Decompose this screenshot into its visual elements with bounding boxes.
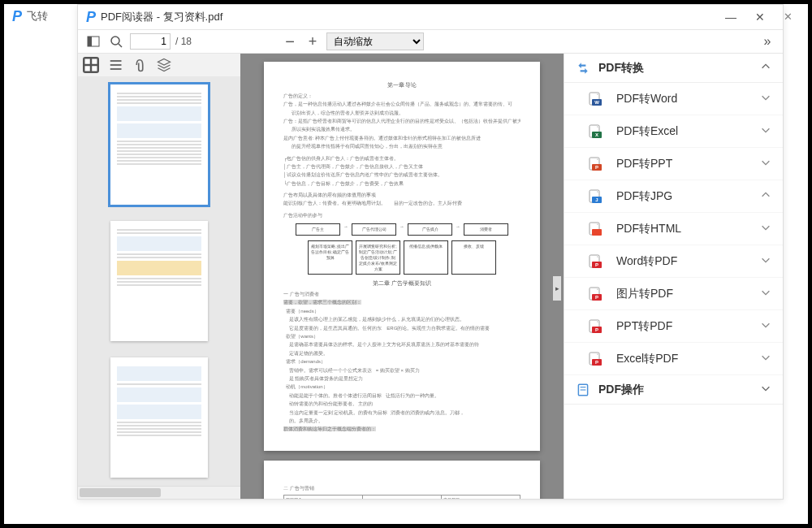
view-outline-button[interactable]: [107, 57, 123, 73]
thumbs-scrollbar[interactable]: [78, 486, 240, 499]
svg-text:P: P: [595, 165, 598, 170]
view-layers-button[interactable]: [156, 57, 172, 73]
expand-sidebar-handle[interactable]: ▸: [553, 276, 561, 301]
page-1: 第一章 导论 广告的定义： 广告，是一种信息传播活动人通过各种媒介在社会公众间传…: [264, 62, 540, 451]
chevron-down-icon: [760, 383, 771, 396]
view-attachments-button[interactable]: [132, 57, 148, 73]
convert-item-3[interactable]: JPDF转JPG: [564, 180, 783, 213]
convert-item-6[interactable]: P图片转PDF: [564, 278, 783, 310]
filetype-icon: P: [587, 286, 603, 302]
svg-rect-7: [92, 66, 97, 71]
chevron-down-icon: [760, 92, 771, 106]
convert-item-5[interactable]: PWord转PDF: [564, 245, 783, 278]
convert-item-label: Excel转PDF: [616, 352, 678, 366]
convert-icon: [576, 61, 590, 76]
convert-item-7[interactable]: PPPT转PDF: [564, 310, 783, 343]
convert-item-label: Word转PDF: [616, 254, 677, 269]
convert-item-label: 图片转PDF: [616, 287, 673, 301]
convert-item-0[interactable]: WPDF转Word: [564, 83, 783, 115]
convert-item-label: PDF转HTML: [616, 222, 681, 236]
chevron-down-icon: [760, 287, 771, 301]
chevron-down-icon: [760, 222, 771, 236]
more-tools-button[interactable]: »: [758, 32, 776, 50]
filetype-icon: W: [587, 91, 603, 107]
svg-rect-4: [85, 59, 90, 64]
svg-rect-1: [88, 37, 92, 46]
window-title: PDF阅读器 - 复习资料.pdf: [101, 10, 222, 24]
search-button[interactable]: [107, 32, 125, 50]
svg-text:P: P: [595, 262, 598, 267]
thumbnails-panel: [78, 54, 240, 499]
sidebar-toggle-button[interactable]: [84, 32, 102, 50]
convert-item-label: PDF转Excel: [616, 124, 678, 139]
convert-item-8[interactable]: PExcel转PDF: [564, 343, 783, 375]
convert-item-1[interactable]: XPDF转Excel: [564, 115, 783, 148]
filetype-icon: P: [587, 351, 603, 367]
thumbnail-page-1[interactable]: [110, 84, 208, 205]
page-viewer[interactable]: 第一章 导论 广告的定义： 广告，是一种信息传播活动人通过各种媒介在社会公众间传…: [240, 54, 564, 499]
svg-rect-5: [92, 59, 97, 64]
chevron-up-icon: [760, 61, 771, 75]
svg-point-2: [111, 37, 119, 45]
svg-line-3: [119, 44, 122, 47]
convert-item-2[interactable]: PPDF转PPT: [564, 148, 783, 180]
svg-text:X: X: [595, 132, 598, 137]
window-minimize-button[interactable]: —: [716, 11, 745, 24]
chevron-down-icon: [760, 157, 771, 171]
svg-rect-24: [592, 229, 602, 236]
svg-text:P: P: [595, 360, 598, 365]
thumbnail-page-3[interactable]: [110, 357, 208, 478]
filetype-icon: P: [587, 156, 603, 172]
zoom-out-button[interactable]: −: [281, 32, 299, 50]
svg-text:P: P: [595, 327, 598, 332]
svg-text:W: W: [594, 100, 599, 105]
svg-rect-6: [85, 66, 90, 71]
operate-icon: [576, 383, 590, 397]
convert-item-4[interactable]: PDF转HTML: [564, 213, 783, 245]
zoom-in-button[interactable]: +: [304, 32, 322, 50]
thumbs-toolbar: [78, 54, 240, 76]
convert-item-label: PDF转JPG: [616, 189, 672, 204]
chevron-down-icon: [760, 124, 771, 138]
app-logo-icon: P: [12, 8, 22, 25]
svg-text:J: J: [595, 197, 598, 202]
reader-logo-icon: P: [86, 9, 96, 26]
page-2: 二 广告与营销 营销观念产品营销 营销观念基础范畴基础范畴: [264, 461, 540, 499]
page-number-input[interactable]: [130, 33, 171, 50]
window-titlebar: P PDF阅读器 - 复习资料.pdf — ✕: [78, 5, 783, 29]
filetype-icon: X: [587, 123, 603, 140]
section-pdf-convert[interactable]: PDF转换: [564, 54, 783, 83]
section-pdf-operate[interactable]: PDF操作: [564, 375, 783, 405]
chevron-down-icon: [760, 254, 771, 268]
thumbnails-list[interactable]: [78, 76, 240, 486]
view-grid-button[interactable]: [83, 57, 99, 73]
filetype-icon: P: [587, 318, 603, 335]
pdf-reader-window: P PDF阅读器 - 复习资料.pdf — ✕ / 18 − + 自动缩放 »: [77, 4, 784, 500]
filetype-icon: J: [587, 188, 603, 205]
conversion-sidebar: PDF转换 WPDF转WordXPDF转ExcelPPDF转PPTJPDF转JP…: [564, 54, 783, 499]
convert-item-label: PPT转PDF: [616, 319, 672, 334]
chevron-up-icon: [760, 189, 771, 203]
filetype-icon: [587, 221, 603, 237]
filetype-icon: P: [587, 253, 603, 270]
main-toolbar: / 18 − + 自动缩放 »: [78, 29, 783, 54]
chevron-down-icon: [760, 319, 771, 333]
convert-item-label: PDF转Word: [616, 92, 677, 106]
convert-item-label: PDF转PPT: [616, 157, 672, 171]
bg-title: 飞转: [27, 9, 48, 24]
zoom-select[interactable]: 自动缩放: [326, 32, 424, 50]
window-close-button[interactable]: ✕: [745, 11, 775, 24]
thumbnail-page-2[interactable]: [110, 221, 208, 341]
page-total-label: / 18: [175, 36, 192, 47]
svg-text:P: P: [595, 295, 598, 300]
chevron-down-icon: [760, 352, 771, 366]
